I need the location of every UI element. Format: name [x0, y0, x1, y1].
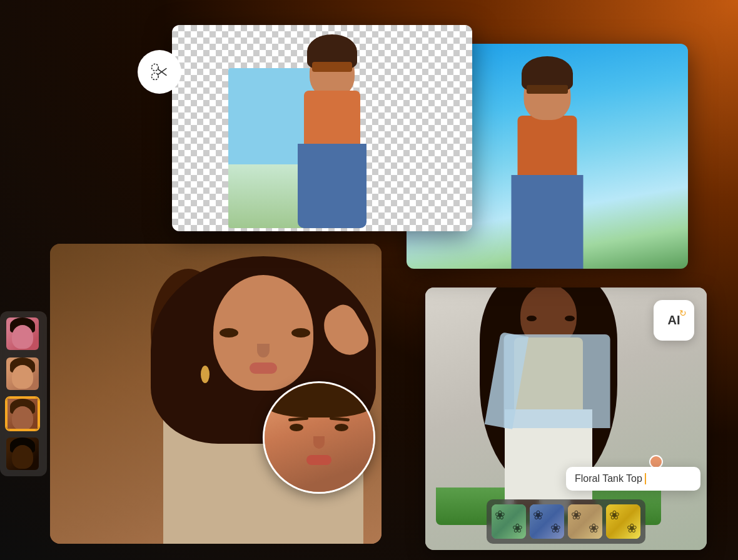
- svg-point-0: [151, 64, 158, 71]
- transparent-bg-card: [172, 25, 472, 231]
- face-thumb-3[interactable]: [5, 396, 40, 431]
- face-thumb-preview-3: [6, 398, 39, 430]
- face-thumb-preview-4: [6, 438, 39, 470]
- clothing-thumb-3[interactable]: [568, 504, 602, 539]
- face-zoom-eyebrow-left: [288, 417, 308, 422]
- ai-refresh-icon: ↻: [679, 308, 689, 318]
- clothing-prompt-input[interactable]: Floral Tank Top: [566, 467, 700, 491]
- face-thumb-4[interactable]: [5, 436, 40, 471]
- face-zoom-inner: [265, 383, 373, 492]
- clothing-thumb-preview-2: [530, 504, 564, 539]
- clothing-thumb-preview-1: [492, 504, 526, 539]
- face-zoom-eye-right: [335, 424, 348, 431]
- face-thumb-preview-2: [6, 358, 39, 390]
- face-swap-section: [50, 244, 382, 544]
- text-cursor: [645, 473, 646, 484]
- face-thumbnail-strip: [0, 311, 47, 476]
- sky-person-figure: [466, 56, 629, 269]
- clothing-prompt-value: Floral Tank Top: [575, 473, 642, 484]
- clothing-thumb-1[interactable]: [492, 504, 526, 539]
- face-thumb-1[interactable]: [5, 316, 40, 351]
- bg-removal-section: [138, 19, 700, 256]
- ai-badge-label: AI: [668, 313, 680, 327]
- clothing-thumb-preview-3: [568, 504, 602, 539]
- person-cutout: [172, 25, 472, 231]
- clothing-swap-section: AI ↻ Floral Tank Top: [425, 288, 707, 550]
- face-zoom-eyebrow-right: [330, 417, 350, 422]
- face-thumb-preview-1: [6, 318, 39, 350]
- face-zoom-nose: [313, 436, 325, 449]
- face-zoom-lips: [306, 455, 331, 465]
- clothing-thumbnail-strip: [487, 499, 645, 544]
- clothing-prompt-text: Floral Tank Top: [575, 473, 692, 484]
- face-zoom-hair: [265, 383, 373, 418]
- scissors-icon: [138, 50, 181, 94]
- face-zoom-overlay: [263, 381, 375, 494]
- svg-point-1: [151, 73, 158, 80]
- clothing-thumb-2[interactable]: [530, 504, 564, 539]
- face-thumb-2[interactable]: [5, 356, 40, 391]
- clothing-thumb-preview-4: [606, 504, 640, 539]
- ai-badge: AI ↻: [654, 300, 694, 341]
- face-zoom-eye-left: [290, 424, 303, 431]
- clothing-thumb-4[interactable]: [606, 504, 640, 539]
